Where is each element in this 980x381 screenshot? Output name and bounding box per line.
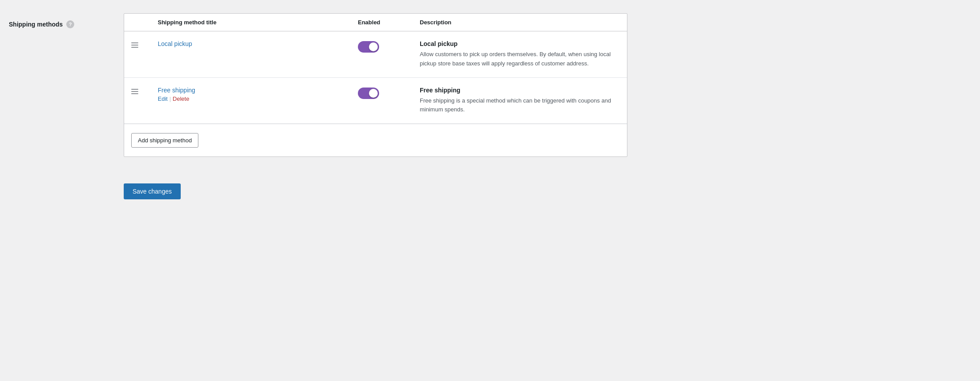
- save-changes-button[interactable]: Save changes: [124, 183, 181, 199]
- toggle-knob: [369, 89, 378, 98]
- delete-free-shipping-link[interactable]: Delete: [173, 95, 190, 102]
- row-actions-free-shipping: Edit | Delete: [158, 95, 358, 102]
- section-label: Shipping methods ?: [9, 13, 110, 28]
- table-row: Local pickup Local pickup Allow customer…: [124, 31, 627, 78]
- svg-rect-1: [131, 45, 138, 46]
- toggle-col-free-shipping[interactable]: [358, 87, 420, 99]
- method-name-col: Local pickup: [158, 40, 358, 47]
- bottom-section: Save changes: [124, 166, 627, 199]
- toggle-local-pickup[interactable]: [358, 41, 379, 53]
- add-shipping-method-button[interactable]: Add shipping method: [131, 133, 198, 148]
- svg-rect-2: [131, 47, 138, 48]
- desc-title-free-shipping: Free shipping: [420, 87, 620, 94]
- table-row: Free shipping Edit | Delete: [124, 78, 627, 124]
- svg-rect-3: [131, 89, 138, 90]
- action-separator: |: [169, 95, 171, 102]
- method-name-col: Free shipping Edit | Delete: [158, 87, 358, 102]
- table-header: Shipping method title Enabled Descriptio…: [124, 14, 627, 31]
- drag-handle-icon[interactable]: [131, 87, 158, 95]
- col-header-enabled: Enabled: [358, 19, 420, 26]
- desc-title-local-pickup: Local pickup: [420, 40, 620, 47]
- toggle-col-local-pickup[interactable]: [358, 40, 420, 53]
- desc-text-local-pickup: Allow customers to pick up orders themse…: [420, 50, 620, 69]
- toggle-free-shipping[interactable]: [358, 88, 379, 99]
- method-title-local-pickup[interactable]: Local pickup: [158, 40, 358, 47]
- description-col-local-pickup: Local pickup Allow customers to pick up …: [420, 40, 620, 69]
- svg-rect-5: [131, 93, 138, 94]
- svg-rect-4: [131, 91, 138, 92]
- shipping-methods-table: Shipping method title Enabled Descriptio…: [124, 13, 627, 157]
- shipping-methods-section: Shipping methods ? Shipping method title…: [9, 13, 627, 199]
- help-icon[interactable]: ?: [66, 20, 74, 28]
- col-header-drag: [131, 19, 158, 26]
- description-col-free-shipping: Free shipping Free shipping is a special…: [420, 87, 620, 115]
- toggle-slider: [358, 88, 379, 99]
- table-footer: Add shipping method: [124, 124, 627, 156]
- section-title: Shipping methods: [9, 21, 63, 28]
- toggle-knob: [369, 42, 378, 51]
- drag-handle-icon[interactable]: [131, 40, 158, 49]
- edit-free-shipping-link[interactable]: Edit: [158, 95, 167, 102]
- svg-rect-0: [131, 42, 138, 43]
- desc-text-free-shipping: Free shipping is a special method which …: [420, 96, 620, 115]
- col-header-description: Description: [420, 19, 620, 26]
- col-header-title: Shipping method title: [158, 19, 358, 26]
- toggle-slider: [358, 41, 379, 53]
- method-title-free-shipping[interactable]: Free shipping: [158, 87, 358, 94]
